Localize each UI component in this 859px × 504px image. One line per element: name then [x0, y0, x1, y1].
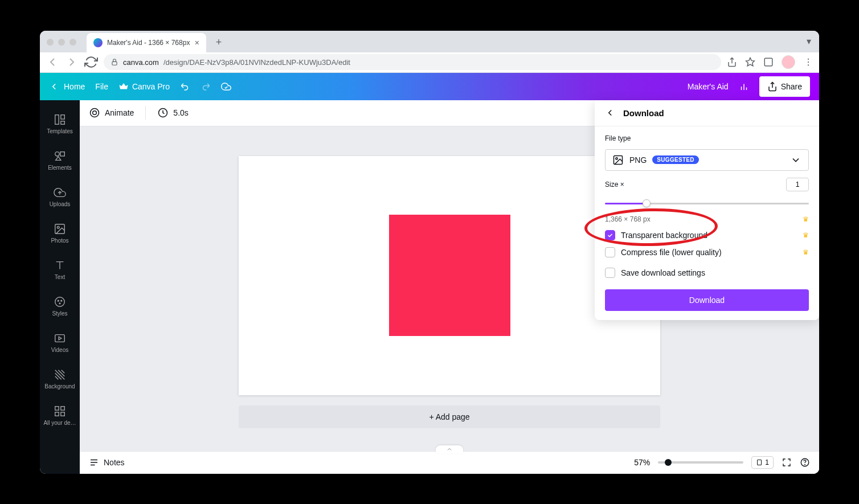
rail-label: Background [44, 383, 75, 390]
canva-pro-button[interactable]: Canva Pro [118, 81, 170, 92]
rail-photos[interactable]: Photos [40, 216, 80, 251]
videos-icon [54, 332, 66, 345]
undo-button[interactable] [180, 81, 190, 92]
share-arrow-icon [767, 81, 778, 92]
clock-icon [157, 107, 169, 118]
file-type-label: File type [605, 134, 809, 142]
size-slider[interactable] [605, 198, 809, 208]
notes-button[interactable]: Notes [89, 457, 125, 468]
profile-avatar[interactable] [782, 55, 795, 69]
share-button[interactable]: Share [759, 76, 810, 97]
reload-button[interactable] [84, 55, 98, 69]
download-panel: Download File type PNG SUGGESTED Size × [595, 100, 819, 320]
rail-templates[interactable]: Templates [40, 107, 80, 141]
image-icon [612, 154, 624, 166]
bookmark-star-icon[interactable] [745, 57, 755, 67]
rail-label: Videos [51, 347, 68, 353]
svg-rect-12 [61, 115, 64, 119]
animate-button[interactable]: Animate [89, 107, 134, 118]
rail-text[interactable]: Text [40, 253, 80, 287]
zoom-thumb[interactable] [665, 459, 672, 466]
zoom-value: 57% [634, 458, 650, 467]
svg-rect-11 [55, 115, 59, 125]
add-page-button[interactable]: + Add page [239, 405, 660, 428]
cloud-sync-button[interactable] [221, 81, 231, 92]
rail-styles[interactable]: Styles [40, 289, 80, 323]
page-icon [756, 459, 763, 466]
templates-icon [54, 113, 66, 126]
chevron-left-icon [49, 81, 59, 92]
size-multiplier-input[interactable] [786, 178, 809, 191]
dimensions-label: 1,366 × 768 px [605, 215, 651, 223]
share-label: Share [781, 82, 802, 91]
editor-footer: Notes 57% 1 [80, 451, 819, 474]
undo-icon [180, 81, 190, 92]
crown-icon: ♛ [803, 215, 809, 223]
tabs-dropdown-icon[interactable]: ▾ [807, 36, 811, 47]
svg-point-20 [61, 300, 62, 301]
shape-rectangle[interactable] [389, 215, 510, 336]
file-menu[interactable]: File [95, 82, 108, 91]
kebab-menu-icon[interactable] [803, 57, 813, 67]
rail-elements[interactable]: Elements [40, 144, 80, 178]
slider-thumb[interactable] [643, 199, 651, 207]
svg-point-14 [55, 152, 59, 156]
back-button[interactable] [46, 55, 59, 69]
extensions-icon[interactable] [763, 57, 774, 67]
svg-point-38 [805, 464, 805, 465]
svg-marker-2 [746, 58, 755, 66]
document-name[interactable]: Maker's Aid [688, 82, 729, 91]
duration-label: 5.0s [173, 108, 188, 117]
chrome-action-icons [727, 55, 813, 69]
timeline-toggle[interactable] [436, 445, 463, 453]
url-input[interactable]: canva.com/design/DAE-NzV3p8A/01NVlNzdedL… [104, 54, 721, 70]
new-tab-button[interactable]: + [211, 35, 227, 51]
rail-videos[interactable]: Videos [40, 326, 80, 360]
close-tab-icon[interactable]: × [195, 38, 199, 47]
close-window-dot[interactable] [47, 39, 54, 46]
crown-icon [118, 81, 129, 92]
download-button[interactable]: Download [605, 289, 809, 311]
notes-label: Notes [104, 458, 125, 467]
svg-rect-25 [61, 407, 64, 410]
elements-icon [54, 150, 66, 162]
rail-background[interactable]: Background [40, 362, 80, 396]
animate-icon [89, 107, 100, 118]
size-label: Size × [605, 181, 624, 189]
insights-button[interactable] [739, 81, 749, 92]
maximize-window-dot[interactable] [69, 39, 76, 46]
help-icon[interactable] [800, 457, 810, 468]
browser-window: Maker's Aid - 1366 × 768px × + ▾ canva.c… [40, 31, 819, 474]
rail-uploads[interactable]: Uploads [40, 180, 80, 214]
share-url-icon[interactable] [727, 57, 737, 67]
save-settings-checkbox[interactable] [605, 268, 615, 278]
rail-label: Elements [48, 165, 72, 171]
forward-button[interactable] [65, 55, 79, 69]
duration-button[interactable]: 5.0s [157, 107, 188, 118]
check-icon [607, 232, 613, 239]
minimize-window-dot[interactable] [58, 39, 65, 46]
redo-button[interactable] [201, 81, 211, 92]
page-number: 1 [765, 458, 769, 466]
back-icon[interactable] [605, 108, 615, 118]
svg-rect-3 [764, 58, 772, 66]
chart-icon [739, 81, 749, 92]
transparent-bg-row: Transparent background ♛ [605, 230, 809, 240]
page-indicator[interactable]: 1 [751, 456, 774, 469]
tab-strip: Maker's Aid - 1366 × 768px × + ▾ [40, 31, 819, 52]
fullscreen-icon[interactable] [782, 457, 792, 468]
transparent-checkbox[interactable] [605, 230, 615, 240]
browser-tab[interactable]: Maker's Aid - 1366 × 768px × [87, 33, 206, 52]
download-panel-header: Download [595, 100, 819, 126]
photos-icon [54, 223, 66, 235]
lock-icon [111, 58, 118, 66]
slider-fill [605, 203, 646, 204]
rail-all-designs[interactable]: All your de… [40, 399, 80, 433]
main-area: Templates Elements Uploads Photos Text S… [40, 100, 819, 474]
compress-checkbox[interactable] [605, 247, 615, 257]
zoom-slider[interactable] [658, 461, 743, 464]
file-type-select[interactable]: PNG SUGGESTED [605, 149, 809, 171]
dimensions-row: 1,366 × 768 px ♛ [605, 215, 809, 223]
chevron-down-icon [790, 154, 801, 166]
home-button[interactable]: Home [49, 81, 85, 92]
